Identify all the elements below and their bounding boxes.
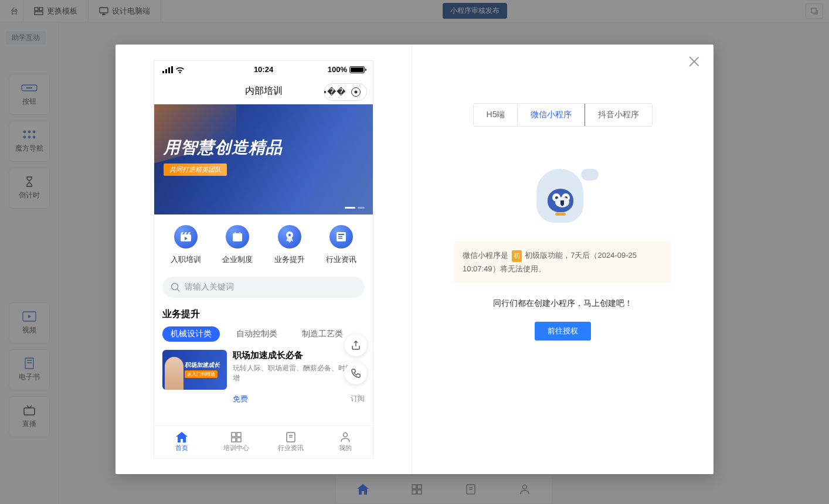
tab-mine[interactable]: 我的 (318, 426, 373, 458)
news-icon (336, 231, 346, 242)
battery-icon (349, 66, 365, 73)
svg-point-34 (172, 283, 178, 290)
tab-news[interactable]: 行业资讯 (264, 426, 318, 458)
tab-training[interactable]: 培训中心 (209, 426, 263, 458)
tab-home[interactable]: 首页 (154, 426, 209, 458)
close-button[interactable] (688, 55, 701, 68)
share-button[interactable] (345, 334, 367, 356)
svg-rect-31 (338, 234, 344, 235)
category-chips: 机械设计类 自动控制类 制造工艺类 (154, 326, 373, 348)
signal-icon (162, 66, 173, 73)
banner-subtitle: 共同打造精英团队 (164, 164, 227, 176)
capsule-more-icon[interactable]: •�� (324, 84, 345, 100)
svg-rect-33 (338, 238, 342, 239)
status-bar: 10:24 100% (154, 61, 373, 79)
section-title: 业务提升 (154, 306, 373, 326)
hero-banner[interactable]: 用智慧创造精品 共同打造精英团队 (154, 104, 373, 214)
platform-tabs: H5端 微信小程序 抖音小程序 (473, 103, 653, 127)
level-tag: 初 (512, 250, 522, 262)
svg-rect-38 (237, 438, 241, 442)
grid4-icon (231, 432, 242, 442)
course-thumbnail: 职场加速成长 从入门到精通 (162, 350, 227, 390)
tab-h5[interactable]: H5端 (474, 104, 518, 126)
phone-button[interactable] (345, 362, 367, 384)
nav-item-skill[interactable]: 业务提升 (274, 225, 305, 265)
nav-item-onboarding[interactable]: 入职培训 (171, 225, 201, 265)
phone-frame: 10:24 100% 内部培训 •�� 用智慧创造精品 共同打造精英团队 (154, 60, 373, 459)
chip-manufacturing[interactable]: 制造工艺类 (294, 326, 351, 342)
authorize-button[interactable]: 前往授权 (535, 322, 591, 340)
nav-item-policy[interactable]: 企业制度 (222, 225, 253, 265)
home-icon (176, 432, 188, 442)
app-title: 内部培训 (245, 85, 283, 97)
phone-icon (351, 369, 361, 378)
chip-automation[interactable]: 自动控制类 (228, 326, 286, 342)
nav-grid: 入职培训 企业制度 业务提升 行业资讯 (154, 214, 373, 273)
calendar-icon (232, 231, 243, 242)
search-input[interactable]: 请输入关键词 (162, 277, 365, 298)
banner-dots (345, 207, 365, 209)
medal-icon (284, 231, 295, 243)
phone-tabbar: 首页 培训中心 行业资讯 我的 (154, 425, 373, 458)
svg-rect-24 (168, 67, 170, 73)
wechat-capsule[interactable]: •�� (324, 83, 367, 101)
course-card[interactable]: 职场加速成长 从入门到精通 职场加速成长必备 玩转人际、职场避雷、酬薪必备、时间… (154, 348, 373, 404)
tab-wechat[interactable]: 微信小程序 (517, 103, 585, 127)
chip-mechanical[interactable]: 机械设计类 (162, 326, 220, 342)
capsule-close-icon[interactable] (345, 84, 366, 100)
notice-box: 微信小程序是 初 初级版功能，7天后（2024-09-25 10:07:49）将… (454, 241, 671, 283)
auth-panel: H5端 微信小程序 抖音小程序 微信小程序是 初 初级版功能，7天后（2024-… (412, 45, 714, 474)
svg-rect-25 (171, 66, 173, 73)
svg-rect-28 (233, 233, 242, 236)
course-subscribe[interactable]: 订阅 (351, 394, 365, 404)
wifi-icon (175, 66, 185, 73)
owl-illustration (531, 168, 595, 226)
battery-text: 100% (328, 65, 347, 74)
banner-title: 用智慧创造精品 (164, 137, 363, 159)
clapper-icon (180, 231, 192, 242)
svg-rect-37 (232, 438, 236, 442)
share-icon (351, 340, 361, 350)
svg-rect-23 (165, 69, 167, 73)
preview-panel: 10:24 100% 内部培训 •�� 用智慧创造精品 共同打造精英团队 (115, 45, 412, 474)
svg-rect-35 (232, 433, 236, 437)
svg-rect-22 (162, 71, 164, 73)
nav-item-news[interactable]: 行业资讯 (326, 225, 356, 265)
cta-text: 同行们都在创建小程序，马上创建吧！ (493, 298, 633, 309)
svg-point-40 (344, 433, 348, 437)
course-price: 免费 (233, 394, 248, 404)
user-icon (340, 432, 351, 442)
app-header: 内部培训 •�� (154, 79, 373, 104)
search-icon (171, 282, 180, 292)
svg-rect-32 (338, 236, 342, 237)
doc-icon (286, 432, 296, 442)
publish-modal: 10:24 100% 内部培训 •�� 用智慧创造精品 共同打造精英团队 (115, 45, 714, 474)
svg-rect-36 (237, 433, 241, 437)
tab-douyin[interactable]: 抖音小程序 (585, 104, 652, 126)
status-time: 10:24 (254, 65, 273, 74)
